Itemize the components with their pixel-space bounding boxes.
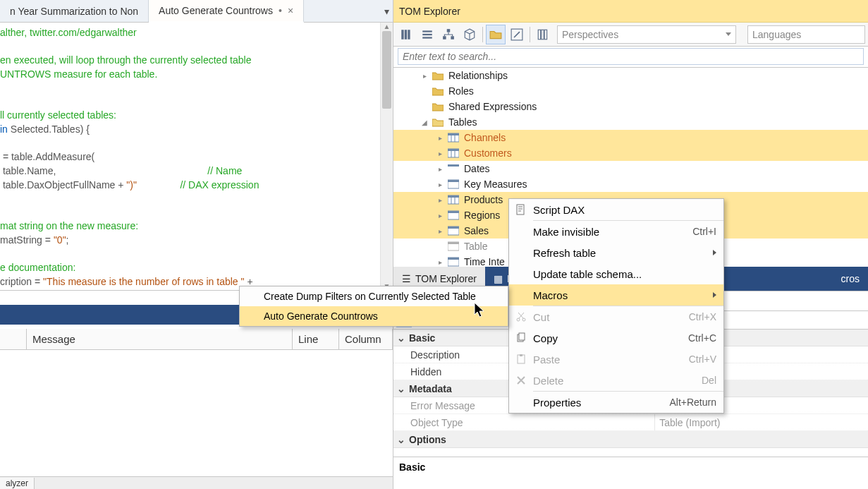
- macros-submenu: Create Dump Filters on Currently Selecte…: [239, 286, 508, 327]
- expand-icon[interactable]: ▸: [436, 227, 444, 235]
- tab-overflow-button[interactable]: ▾: [380, 0, 393, 22]
- prop-key: Object Type: [393, 414, 654, 430]
- svg-rect-8: [451, 36, 454, 40]
- menu-label: Delete: [533, 375, 702, 387]
- perspectives-combo[interactable]: Perspectives: [557, 25, 736, 44]
- scroll-up-icon[interactable]: ▲: [381, 23, 393, 30]
- tom-toolbar: Perspectives Languages: [393, 23, 868, 47]
- folder-toggle-button[interactable]: [486, 25, 506, 44]
- chevron-down-icon: ⌄: [396, 383, 406, 394]
- tree-label: Products: [464, 194, 503, 205]
- tree-node-key-measures[interactable]: ▸Key Measures: [393, 176, 868, 192]
- tree-node-dates[interactable]: ▸Dates: [393, 161, 868, 176]
- folder-icon: [432, 85, 444, 97]
- tree-label: Key Measures: [464, 179, 527, 190]
- svg-rect-7: [443, 36, 446, 40]
- col-message[interactable]: Message: [27, 329, 293, 349]
- pane-title: TOM Explorer: [393, 0, 868, 23]
- tree-node-shared-expressions[interactable]: Shared Expressions: [393, 99, 868, 114]
- col-line[interactable]: Line: [293, 329, 339, 349]
- expand-icon[interactable]: ▸: [436, 164, 444, 173]
- property-help: Basic: [393, 457, 868, 489]
- tree-node-customers[interactable]: ▸Customers: [393, 145, 868, 161]
- expand-icon[interactable]: ▸: [420, 71, 429, 80]
- svg-rect-40: [519, 333, 525, 340]
- menu-delete: Delete Del: [509, 370, 723, 391]
- menu-properties[interactable]: Properties Alt+Return: [509, 392, 723, 413]
- folder-icon: [432, 101, 444, 112]
- scroll-thumb[interactable]: [382, 31, 391, 109]
- cube-button[interactable]: [460, 25, 479, 44]
- hierarchy-button[interactable]: [396, 25, 416, 44]
- code-text: alther, twitter.com/edgarwalther en exec…: [0, 23, 393, 289]
- script-icon: [509, 199, 533, 220]
- code-editor[interactable]: alther, twitter.com/edgarwalther en exec…: [0, 23, 393, 291]
- search-input[interactable]: [398, 48, 864, 65]
- prop-row-object-type[interactable]: Object TypeTable (Import): [393, 414, 868, 431]
- tree-label: Relationships: [448, 70, 508, 81]
- expand-icon[interactable]: ▸: [436, 211, 444, 219]
- chevron-right-icon: [713, 250, 716, 255]
- combo-placeholder: Languages: [752, 29, 801, 40]
- paste-icon: [509, 349, 533, 370]
- table-icon: [447, 163, 460, 174]
- tree-label: Customers: [464, 147, 512, 159]
- table-icon: [447, 132, 460, 143]
- menu-macros[interactable]: Macros: [509, 284, 723, 306]
- svg-rect-1: [405, 30, 407, 40]
- tab-summarization[interactable]: n Year Summarization to Non: [0, 0, 149, 22]
- tab-auto-generate-countrows[interactable]: Auto Generate Countrows • ×: [149, 0, 304, 23]
- tab-label: Auto Generate Countrows: [159, 5, 273, 16]
- svg-rect-14: [448, 133, 459, 135]
- svg-rect-4: [422, 33, 432, 35]
- table-icon: [447, 210, 460, 221]
- tree-button[interactable]: [439, 25, 458, 44]
- expand-icon[interactable]: ▸: [436, 149, 444, 157]
- tree-node-relationships[interactable]: ▸Relationships: [393, 68, 868, 83]
- collapse-icon[interactable]: ◢: [420, 118, 429, 126]
- col-icon[interactable]: [0, 329, 27, 349]
- menu-update-schema[interactable]: Update table schema...: [509, 263, 723, 284]
- submenu-auto-generate-countrows[interactable]: Auto Generate Countrows: [240, 306, 508, 326]
- expand-icon[interactable]: ▸: [436, 195, 444, 204]
- menu-copy[interactable]: Copy Ctrl+C: [509, 327, 723, 349]
- tree-node-tables[interactable]: ◢Tables: [393, 114, 868, 130]
- columns-button[interactable]: [533, 25, 553, 44]
- list-button[interactable]: [417, 25, 437, 44]
- svg-rect-25: [448, 195, 459, 198]
- menu-label: Copy: [533, 332, 688, 344]
- menu-label: Paste: [533, 354, 689, 366]
- tree-node-roles[interactable]: Roles: [393, 83, 868, 99]
- expand-icon[interactable]: ▸: [436, 258, 444, 266]
- menu-shortcut: Del: [702, 375, 716, 386]
- menu-refresh-table[interactable]: Refresh table: [509, 242, 723, 263]
- svg-point-38: [522, 318, 525, 321]
- tab-macros[interactable]: cros: [833, 267, 868, 291]
- messages-header: Message Line Column: [0, 329, 393, 350]
- tab-label: cros: [841, 273, 860, 284]
- menu-label: Update table schema...: [533, 268, 716, 280]
- editor-tab-strip: n Year Summarization to Non Auto Generat…: [0, 0, 393, 23]
- menu-label: Properties: [533, 397, 669, 409]
- prop-cat-options[interactable]: ⌄Options: [393, 431, 868, 448]
- combo-placeholder: Perspectives: [562, 29, 618, 40]
- chevron-right-icon: [713, 292, 716, 298]
- expand-icon[interactable]: ▸: [436, 133, 444, 142]
- close-icon[interactable]: ×: [288, 5, 293, 16]
- menu-label: Macros: [533, 289, 716, 301]
- submenu-create-dump-filters[interactable]: Create Dump Filters on Currently Selecte…: [240, 286, 508, 306]
- svg-rect-12: [544, 30, 546, 40]
- delete-icon: [509, 370, 533, 391]
- editor-scrollbar[interactable]: ▲ ▼: [380, 23, 393, 290]
- languages-combo[interactable]: Languages: [747, 25, 865, 44]
- menu-script-dax[interactable]: Script DAX: [509, 199, 723, 220]
- tree-node-channels[interactable]: ▸Channels: [393, 130, 868, 145]
- context-menu: Script DAX Make invisible Ctrl+I Refresh…: [508, 198, 724, 413]
- col-column[interactable]: Column: [339, 329, 393, 349]
- svg-rect-29: [448, 211, 459, 213]
- table-icon: [447, 241, 460, 252]
- expand-icon[interactable]: ▸: [436, 180, 444, 188]
- status-tab-analyzer[interactable]: alyzer: [0, 478, 35, 489]
- menu-make-invisible[interactable]: Make invisible Ctrl+I: [509, 221, 723, 242]
- edit-button[interactable]: [507, 25, 527, 44]
